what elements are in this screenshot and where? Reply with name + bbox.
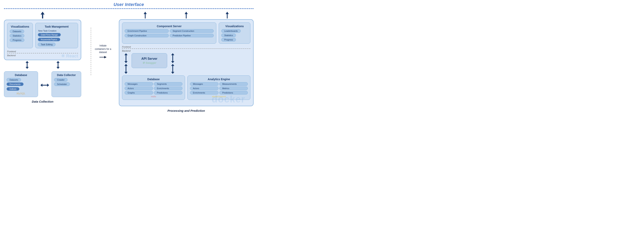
viz-r-1: Leaderboards	[221, 29, 241, 33]
db-r-5: Enrichments	[154, 87, 182, 90]
right-up-arrows	[119, 12, 254, 19]
left-section-label: Data Collection	[32, 100, 53, 103]
right-section-label: Processing and Prediction	[119, 109, 254, 112]
arrow-up-1	[144, 12, 147, 19]
ae-5: Metrics	[219, 87, 248, 90]
redis-watermark: redis	[124, 95, 182, 98]
svg-rect-3	[27, 63, 28, 67]
task-pill-1: Date/Time Range	[38, 33, 61, 37]
v-double-2	[124, 64, 128, 74]
db-item-1: Datasets	[6, 78, 21, 82]
svg-marker-25	[171, 53, 174, 55]
database-right-box: Database Messages Segments Actors Enrich…	[122, 75, 185, 100]
database-box-left: Database Datasets Documents Indices MySQ…	[4, 71, 38, 97]
right-bottom-row: Database Messages Segments Actors Enrich…	[122, 75, 250, 100]
fb-separator-right: Frontend Backend	[122, 46, 250, 52]
v-double-4	[171, 64, 174, 74]
svg-marker-28	[171, 64, 174, 66]
middle-right-arrows	[169, 53, 177, 74]
viz-right-box: Visualizations Leaderboards Statistics P…	[219, 23, 250, 44]
viz-item-3: Progress	[10, 38, 24, 42]
task-new-label: New Task Creation	[38, 30, 76, 32]
initiate-row: Initiate containers for a dataset	[89, 28, 112, 75]
cs-item-3: Segment Construction	[170, 29, 214, 33]
fb-dashed-right	[122, 48, 250, 49]
page-title: User Interface	[4, 2, 254, 7]
dc-list: Crawler Scheduler	[54, 78, 79, 86]
api-server-inner: API Server ⚙ Swagger	[132, 53, 167, 68]
svg-marker-10	[47, 84, 49, 87]
db-r-4: Segments	[154, 82, 182, 86]
ae-2: Actors	[190, 87, 218, 90]
svg-rect-26	[172, 55, 173, 61]
svg-marker-0	[40, 12, 44, 15]
db-r-6: Predictions	[154, 91, 182, 94]
task-title: Task Management	[38, 25, 76, 28]
db-right-title: Database	[124, 78, 182, 81]
svg-rect-9	[42, 85, 47, 86]
svg-marker-13	[144, 12, 147, 14]
frontend-label-right: Frontend	[122, 46, 250, 48]
db-dark-row: Documents Indices	[6, 82, 36, 91]
data-collector-box: Data Collector Crawler Scheduler	[52, 71, 81, 97]
ae-4: Measurements	[219, 82, 248, 86]
frontend-label: Frontend	[7, 50, 78, 53]
svg-rect-23	[126, 66, 126, 72]
initiate-block: Initiate containers for a dataset	[95, 44, 112, 59]
component-server-box: Component Server Enrichment Pipeline Seg…	[122, 23, 216, 44]
fb-dashed-left	[7, 53, 78, 53]
elasticsearch-watermark: elasticsearch	[190, 95, 248, 98]
viz-right-title: Visualizations	[221, 25, 248, 28]
cs-item-4: Prediction Pipeline	[170, 34, 214, 37]
task-pills: Date/Time Range Keywords/Topics	[38, 33, 76, 41]
svg-marker-12	[104, 56, 106, 58]
viz-right-list: Leaderboards Statistics Progress	[221, 29, 248, 42]
svg-marker-17	[226, 12, 229, 14]
svg-rect-20	[126, 55, 126, 61]
db-item-3: Indices	[6, 87, 20, 91]
arrow-up-left	[40, 12, 45, 19]
arrow-up-3	[226, 12, 229, 19]
arrow-right-initiate	[100, 56, 106, 59]
dc-item-1: Crawler	[54, 78, 68, 82]
svg-rect-29	[172, 66, 173, 72]
right-outer-box: Component Server Enrichment Pipeline Seg…	[119, 19, 254, 106]
db-list: Datasets Documents Indices	[6, 78, 36, 91]
api-title: API Server	[134, 57, 165, 61]
db-right-grid: Messages Segments Actors Enrichments Gra…	[124, 82, 182, 94]
visualizations-box: Visualizations Datasets Statistics Progr…	[7, 23, 33, 48]
ae-1: Messages	[190, 82, 218, 86]
viz-r-3: Progress	[221, 38, 236, 42]
cs-grid: Enrichment Pipeline Segment Construction…	[124, 29, 214, 37]
db-r-1: Messages	[124, 82, 153, 86]
cs-title: Component Server	[124, 25, 214, 28]
viz-title: Visualizations	[10, 25, 30, 28]
svg-rect-16	[186, 14, 186, 19]
ae-title: Analytics Engine	[190, 78, 248, 81]
svg-marker-8	[40, 84, 42, 87]
v-double-3	[171, 53, 174, 63]
svg-marker-22	[124, 64, 128, 66]
right-panel: Component Server Enrichment Pipeline Seg…	[119, 12, 254, 112]
left-outer-box: Visualizations Datasets Statistics Progr…	[4, 20, 81, 60]
svg-rect-1	[42, 15, 43, 19]
viz-item-2: Statistics	[10, 34, 24, 38]
left-panel: Visualizations Datasets Statistics Progr…	[4, 12, 81, 103]
vertical-divider	[91, 28, 91, 75]
db-item-2: Documents	[6, 82, 24, 86]
dc-title: Data Collector	[54, 73, 79, 77]
task-editing: Task Editing	[38, 43, 56, 46]
db-r-3: Graphs	[124, 91, 153, 94]
backend-label-right: Backend	[122, 50, 250, 52]
v-double-1	[124, 53, 128, 63]
ae-grid: Messages Measurements Actors Metrics Enr…	[190, 82, 248, 94]
svg-marker-27	[171, 61, 174, 63]
svg-marker-5	[56, 61, 60, 63]
main-layout: Visualizations Datasets Statistics Progr…	[4, 12, 254, 112]
api-server-box: API Server ⚙ Swagger	[132, 53, 167, 74]
svg-rect-18	[227, 14, 228, 19]
ae-3: Enrichments	[190, 91, 218, 94]
analytics-engine-box: Analytics Engine Messages Measurements A…	[188, 75, 250, 100]
mysql-watermark: MySQL	[6, 92, 36, 95]
horiz-arrow	[40, 73, 49, 97]
